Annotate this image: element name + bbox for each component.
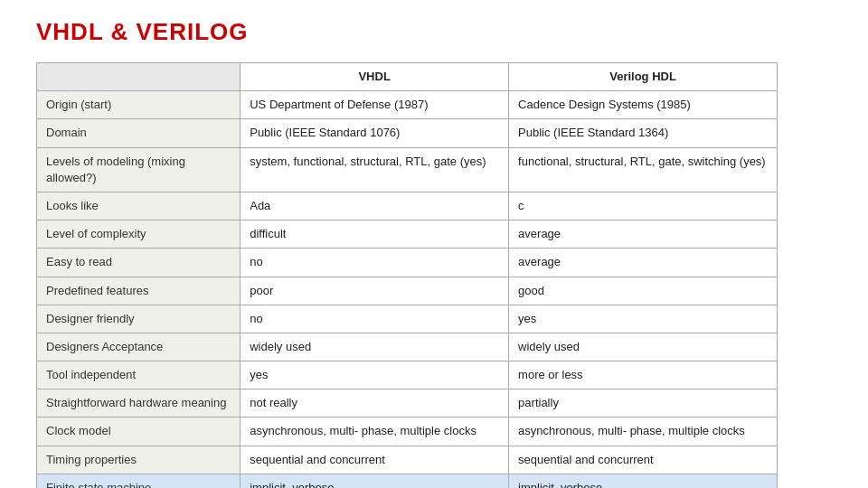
row-verilog: Public (IEEE Standard 1364) — [509, 119, 778, 147]
row-verilog: c — [509, 192, 778, 220]
table-row: Designers Acceptancewidely usedwidely us… — [37, 333, 778, 361]
row-verilog: asynchronous, multi- phase, multiple clo… — [509, 418, 778, 446]
table-row: Clock modelasynchronous, multi- phase, m… — [37, 418, 778, 446]
row-vhdl: system, functional, structural, RTL, gat… — [241, 147, 509, 192]
row-vhdl: no — [241, 305, 509, 333]
row-label: Designer friendly — [37, 305, 241, 333]
row-label: Origin (start) — [37, 91, 241, 119]
row-verilog: widely used — [509, 333, 778, 361]
col-header-vhdl: VHDL — [241, 63, 509, 91]
table-row: Level of complexitydifficultaverage — [37, 221, 778, 249]
row-verilog: functional, structural, RTL, gate, switc… — [509, 147, 778, 192]
row-vhdl: US Department of Defense (1987) — [241, 91, 509, 119]
row-label: Levels of modeling (mixing allowed?) — [37, 147, 241, 192]
col-header-verilog: Verilog HDL — [509, 63, 778, 91]
row-label: Easy to read — [37, 249, 241, 277]
row-vhdl: sequential and concurrent — [241, 446, 509, 474]
table-row: Easy to readnoaverage — [37, 249, 778, 277]
table-row: DomainPublic (IEEE Standard 1076)Public … — [37, 119, 778, 147]
row-label: Straightforward hardware meaning — [37, 389, 241, 418]
row-label: Level of complexity — [37, 221, 241, 249]
row-vhdl: difficult — [241, 221, 509, 249]
table-row: Timing propertiessequential and concurre… — [37, 446, 778, 474]
col-header-label — [37, 63, 241, 91]
row-label: Looks like — [37, 192, 241, 220]
table-row: Designer friendlynoyes — [37, 305, 778, 333]
table-row: Straightforward hardware meaningnot real… — [37, 389, 778, 418]
row-vhdl: asynchronous, multi- phase, multiple clo… — [241, 418, 509, 446]
row-vhdl: Public (IEEE Standard 1076) — [241, 119, 509, 147]
row-vhdl: implicit, verbose — [241, 474, 509, 488]
table-row: Finite state machineimplicit, verboseimp… — [37, 474, 778, 488]
row-label: Timing properties — [37, 446, 241, 474]
comparison-table: VHDL Verilog HDL Origin (start)US Depart… — [36, 62, 778, 488]
row-vhdl: poor — [241, 277, 509, 305]
row-vhdl: Ada — [241, 192, 509, 220]
row-verilog: yes — [509, 305, 778, 333]
row-verilog: partially — [509, 389, 778, 418]
table-row: Levels of modeling (mixing allowed?)syst… — [37, 147, 778, 192]
row-verilog: more or less — [509, 361, 778, 389]
row-label: Domain — [37, 119, 241, 147]
table-row: Looks likeAdac — [37, 192, 778, 220]
row-label: Designers Acceptance — [37, 333, 241, 361]
row-verilog: sequential and concurrent — [509, 446, 778, 474]
row-label: Clock model — [37, 418, 241, 446]
table-row: Tool independentyesmore or less — [37, 361, 778, 389]
page-title: VHDL & VERILOG — [36, 18, 832, 46]
row-verilog: implicit, verbose — [509, 474, 778, 488]
row-verilog: average — [509, 249, 778, 277]
row-verilog: average — [509, 221, 778, 249]
row-vhdl: not really — [241, 389, 509, 418]
row-vhdl: no — [241, 249, 509, 277]
row-verilog: good — [509, 277, 778, 305]
table-row: Origin (start)US Department of Defense (… — [37, 91, 778, 119]
row-label: Tool independent — [37, 361, 241, 389]
row-vhdl: widely used — [241, 333, 509, 361]
row-label: Finite state machine — [37, 474, 241, 488]
row-verilog: Cadence Design Systems (1985) — [509, 91, 778, 119]
row-vhdl: yes — [241, 361, 509, 389]
table-row: Predefined featurespoorgood — [37, 277, 778, 305]
row-label: Predefined features — [37, 277, 241, 305]
